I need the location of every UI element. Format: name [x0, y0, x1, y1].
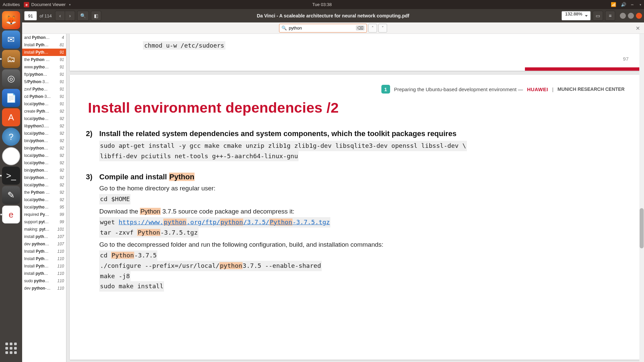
search-result-row[interactable]: local/pytho…92 [22, 159, 66, 167]
search-result-row[interactable]: bin/python…92 [22, 167, 66, 174]
step-badge: 1 [381, 85, 390, 94]
scrollbar-track[interactable] [639, 34, 644, 362]
search-result-row[interactable]: dev python-…110 [22, 285, 66, 292]
brand-label: HUAWEI [527, 86, 548, 92]
clear-search-icon[interactable]: ⌫ [356, 25, 365, 31]
dock-ubuntu-software[interactable]: A [2, 108, 20, 126]
hamburger-menu-button[interactable]: ≡ [605, 11, 615, 21]
search-result-row[interactable]: Install Pyth…110 [22, 255, 66, 262]
app-menu-label: Document Viewer [31, 2, 65, 7]
dock-terminal[interactable]: >_ [2, 167, 20, 185]
item-subtext: Go to the home directory as regular user… [99, 185, 625, 192]
dock-libreoffice-writer[interactable]: 📄 [2, 89, 20, 107]
search-result-row[interactable]: local/pytho…92 [22, 130, 66, 137]
dock-rhythmbox[interactable]: ◎ [2, 69, 20, 87]
search-result-row[interactable]: bin/python…92 [22, 144, 66, 152]
search-result-row[interactable]: local/pytho…92 [22, 152, 66, 159]
page-number-label: 97 [623, 56, 629, 62]
item-lead: Install the related system dependencies … [99, 129, 625, 138]
dock-help[interactable]: ? [2, 128, 20, 146]
code-line: tar -zxvf Python-3.7.5.tgz [99, 228, 199, 238]
search-result-row[interactable]: install pyth…107 [22, 233, 66, 240]
item-subtext: Download the Python 3.7.5 source code pa… [99, 208, 625, 215]
search-result-row[interactable]: bin/python…92 [22, 174, 66, 181]
item-number: 2) [86, 129, 99, 161]
search-result-row[interactable]: install Pyth…91 [22, 49, 66, 56]
battery-icon[interactable]: ⎓ [631, 2, 634, 7]
dock-files[interactable]: 🗂 [2, 50, 20, 68]
code-line: sudo apt-get install -y gcc make cmake u… [99, 141, 467, 151]
evince-app-icon: e [24, 2, 29, 7]
search-result-row[interactable]: required Py…99 [22, 211, 66, 218]
close-find-button[interactable]: ✕ [636, 25, 640, 32]
search-result-row[interactable]: support pyt…99 [22, 218, 66, 226]
search-result-row[interactable]: Install Pyth…110 [22, 248, 66, 255]
search-result-row[interactable]: local/pytho…92 [22, 196, 66, 203]
clock[interactable]: Tue 03:38 [312, 2, 332, 7]
search-result-row[interactable]: Install Pyth…110 [22, 262, 66, 270]
search-result-row[interactable]: Install Pyth…81 [22, 41, 66, 49]
code-snippet: chmod u-w /etc/sudoers [143, 41, 225, 50]
highlight: Python [140, 208, 160, 215]
dock-tool[interactable]: ✎ [2, 186, 20, 204]
prev-page-button[interactable]: ‹ [55, 11, 65, 21]
text: Compile and install [99, 173, 169, 181]
network-icon[interactable]: 📶 [611, 2, 616, 7]
search-result-row[interactable]: libpython3.…92 [22, 122, 66, 130]
scrollbar-thumb[interactable] [640, 208, 644, 248]
find-bar: 🔍 ⌫ ˄ ˅ ✕ [22, 22, 644, 34]
item-subtext: Go to the decompressed folder and run th… [99, 241, 625, 248]
find-input[interactable] [289, 25, 354, 31]
sidebar-toggle-button[interactable]: ◧ [91, 11, 101, 21]
view-options-button[interactable]: ▭ [593, 11, 603, 21]
item-number: 3) [86, 173, 99, 292]
chevron-down-icon: ▾ [640, 3, 641, 6]
search-result-row[interactable]: the Python …92 [22, 189, 66, 196]
window-close-button[interactable] [636, 13, 642, 19]
search-result-row[interactable]: local/pytho…92 [22, 181, 66, 189]
search-result-row[interactable]: create Pyth…92 [22, 108, 66, 115]
code-line: make -j8 [99, 271, 130, 282]
search-toggle-button[interactable]: 🔍 [77, 11, 89, 21]
search-result-row[interactable]: and Python…4 [22, 34, 66, 41]
find-prev-button[interactable]: ˄ [368, 24, 377, 33]
code-line: libffi-dev pciutils net-tools g++-5-aarc… [99, 151, 299, 162]
find-next-button[interactable]: ˅ [378, 24, 387, 33]
zoom-selector[interactable]: 132.88% [561, 11, 591, 20]
search-result-row[interactable]: sudo pytho…110 [22, 277, 66, 285]
search-result-row[interactable]: local/pytho…92 [22, 115, 66, 122]
search-result-row[interactable]: bin/python…92 [22, 137, 66, 144]
search-result-row[interactable]: www.pytho…91 [22, 63, 66, 71]
document-title: Da Vinci - A scaleable architecture for … [257, 13, 410, 18]
dock-thunderbird[interactable]: ✉ [2, 31, 20, 49]
dock-document-viewer[interactable]: e [2, 205, 20, 224]
slide-title: Install environment dependencies /2 [88, 100, 625, 116]
document-view[interactable]: chmod u-w /etc/sudoers 97 1 Preparing th… [66, 34, 644, 362]
dock-firefox[interactable]: 🦊 [2, 11, 20, 29]
text: 3.7.5 source code package and decompress… [161, 208, 294, 215]
search-result-row[interactable]: making: pyt…101 [22, 226, 66, 233]
search-result-row[interactable]: zxvf Pytho…91 [22, 85, 66, 93]
search-result-row[interactable]: the Python …91 [22, 56, 66, 63]
pdf-page-previous: chmod u-w /etc/sudoers 97 [70, 34, 641, 71]
page-number-input[interactable] [24, 11, 37, 20]
activities-button[interactable]: Activities [3, 2, 20, 7]
text: wget [100, 219, 119, 226]
search-result-row[interactable]: ftp/python…91 [22, 71, 66, 78]
search-result-row[interactable]: cd Python-3…91 [22, 93, 66, 100]
volume-icon[interactable]: 🔊 [621, 2, 626, 7]
find-input-wrapper: 🔍 ⌫ [279, 24, 367, 33]
window-minimize-button[interactable] [620, 13, 626, 19]
footer-accent [525, 67, 641, 71]
next-page-button[interactable]: › [65, 11, 75, 21]
search-result-row[interactable]: local/pytho…95 [22, 203, 66, 211]
search-result-row[interactable]: dev python…107 [22, 240, 66, 248]
gnome-topbar: Activities e Document Viewer ▾ Tue 03:38… [0, 0, 644, 9]
show-applications[interactable] [2, 339, 20, 357]
search-result-row[interactable]: local/pytho…91 [22, 100, 66, 108]
app-menu[interactable]: e Document Viewer ▾ [24, 2, 70, 7]
search-result-row[interactable]: 5/Python-3…91 [22, 78, 66, 85]
dock-chrome[interactable]: ◉ [2, 147, 20, 165]
window-maximize-button[interactable] [628, 13, 634, 19]
search-result-row[interactable]: install pyth…110 [22, 270, 66, 277]
